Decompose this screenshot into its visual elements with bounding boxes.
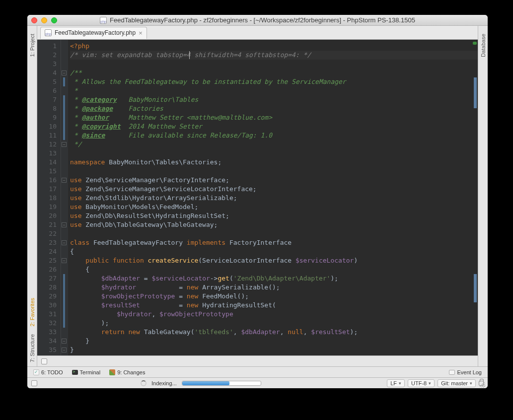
line-number[interactable]: 20 [37, 211, 57, 220]
diff-marker[interactable] [63, 104, 65, 113]
code-line[interactable]: ); [70, 319, 478, 328]
code-line[interactable]: * @category BabyMonitor\Tables [70, 95, 478, 104]
changes-tool-button[interactable]: 9: Changes [109, 369, 145, 375]
code-line[interactable]: * [70, 86, 478, 95]
code-line[interactable]: $resultSet = new HydratingResultSet( [70, 301, 478, 310]
diff-marker[interactable] [63, 77, 65, 86]
code-line[interactable]: * @copyright 2014 Matthew Setter [70, 122, 478, 131]
diff-marker[interactable] [63, 113, 65, 122]
line-number[interactable]: 34 [37, 337, 57, 346]
line-number[interactable]: 4 [37, 69, 57, 77]
code-line[interactable]: $hydrator, $rowObjectPrototype [70, 310, 478, 319]
line-number[interactable]: 32 [37, 319, 57, 328]
fold-toggle-icon[interactable]: − [62, 339, 67, 344]
diff-marker[interactable] [63, 274, 65, 283]
code-line[interactable] [70, 149, 478, 158]
code-line[interactable]: /* vim: set expandtab tabstop=4 shiftwid… [70, 51, 478, 60]
code-line[interactable]: { [70, 247, 478, 256]
line-number[interactable]: 11 [37, 131, 57, 140]
close-window-button[interactable] [31, 17, 37, 23]
code-line[interactable]: $rowObjectPrototype = new FeedModel(); [70, 292, 478, 301]
line-number[interactable]: 9 [37, 113, 57, 122]
code-line[interactable]: */ [70, 140, 478, 149]
terminal-tool-button[interactable]: Terminal [72, 369, 101, 375]
line-number[interactable]: 1 [37, 42, 57, 51]
line-number[interactable]: 30 [37, 301, 57, 310]
line-number[interactable]: 13 [37, 149, 57, 158]
diff-marker[interactable] [63, 310, 65, 319]
code-line[interactable]: * @since File available since Release/Ta… [70, 131, 478, 140]
code-line[interactable]: $dbAdapter = $serviceLocator->get('Zend\… [70, 274, 478, 283]
line-number[interactable]: 6 [37, 86, 57, 95]
line-number[interactable]: 22 [37, 229, 57, 238]
diff-marker[interactable] [63, 283, 65, 292]
resize-grip[interactable] [479, 379, 486, 386]
code-line[interactable]: public function createService(ServiceLoc… [70, 256, 478, 265]
line-number[interactable]: 7 [37, 95, 57, 104]
line-number[interactable]: 27 [37, 274, 57, 283]
encoding-selector[interactable]: UTF-8 ▾ [408, 379, 435, 387]
code-line[interactable] [70, 60, 478, 69]
diff-marker[interactable] [63, 292, 65, 301]
fold-toggle-icon[interactable]: − [62, 222, 67, 227]
code-line[interactable]: return new TableGateway('tblfeeds', $dbA… [70, 328, 478, 337]
fold-toggle-icon[interactable]: − [62, 178, 67, 183]
code-line[interactable] [70, 229, 478, 238]
code-line[interactable]: use BabyMonitor\Models\FeedModel; [70, 203, 478, 211]
code-line[interactable]: use Zend\ServiceManager\ServiceLocatorIn… [70, 185, 478, 194]
code-line[interactable]: namespace BabyMonitor\Tables\Factories; [70, 158, 478, 167]
fold-toggle-icon[interactable]: − [62, 348, 67, 352]
code-line[interactable]: } [70, 346, 478, 354]
line-number[interactable]: 24 [37, 247, 57, 256]
line-number[interactable]: 28 [37, 283, 57, 292]
code-line[interactable]: } [70, 337, 478, 346]
line-number[interactable]: 16 [37, 176, 57, 185]
code-line[interactable]: use Zend\ServiceManager\FactoryInterface… [70, 176, 478, 185]
scrollbar-diff-marker[interactable] [474, 274, 477, 302]
line-number-gutter[interactable]: 1234567891011121314151617181920212223242… [37, 40, 61, 355]
git-branch-selector[interactable]: Git: master ▾ [438, 379, 476, 387]
code-line[interactable]: $hydrator = new ArraySerializable(); [70, 283, 478, 292]
line-number[interactable]: 25 [37, 256, 57, 265]
code-line[interactable]: { [70, 265, 478, 274]
fold-toggle-icon[interactable]: − [62, 142, 67, 147]
scrollbar-diff-marker[interactable] [474, 77, 477, 108]
diff-marker[interactable] [63, 301, 65, 310]
code-line[interactable]: * @author Matthew Setter <matthew@maltbl… [70, 113, 478, 122]
line-number[interactable]: 10 [37, 122, 57, 131]
line-number[interactable]: 18 [37, 194, 57, 203]
code-line[interactable]: /** [70, 69, 478, 77]
breadcrumb-icon[interactable] [41, 358, 47, 364]
code-line[interactable] [70, 167, 478, 176]
code-line[interactable]: * Allows the FeedTablegateway to be inst… [70, 77, 478, 86]
diff-marker[interactable] [63, 319, 65, 328]
project-tool-button[interactable]: 1: Project [27, 30, 37, 61]
diff-marker[interactable] [63, 122, 65, 131]
event-log-button[interactable]: Event Log [449, 369, 482, 375]
structure-tool-button[interactable]: 7: Structure [27, 330, 37, 366]
maximize-window-button[interactable] [51, 17, 57, 23]
code-line[interactable]: use Zend\Db\TableGateway\TableGateway; [70, 220, 478, 229]
code-line[interactable]: use Zend\Db\ResultSet\HydratingResultSet… [70, 211, 478, 220]
line-number[interactable]: 35 [37, 346, 57, 354]
line-number[interactable]: 21 [37, 220, 57, 229]
fold-toggle-icon[interactable]: − [62, 70, 67, 75]
line-number[interactable]: 19 [37, 203, 57, 211]
code-line[interactable]: <?php [70, 42, 478, 51]
line-ending-selector[interactable]: LF ▾ [387, 379, 405, 387]
code-line[interactable]: class FeedTablegatewayFactory implements… [70, 238, 478, 247]
line-number[interactable]: 8 [37, 104, 57, 113]
favorites-tool-button[interactable]: 2: Favorites [27, 294, 37, 330]
line-number[interactable]: 29 [37, 292, 57, 301]
code-line[interactable]: use Zend\Stdlib\Hydrator\ArraySerializab… [70, 194, 478, 203]
line-number[interactable]: 33 [37, 328, 57, 337]
line-number[interactable]: 12 [37, 140, 57, 149]
code-editor[interactable]: 1234567891011121314151617181920212223242… [37, 40, 478, 355]
line-number[interactable]: 14 [37, 158, 57, 167]
line-number[interactable]: 2 [37, 51, 57, 60]
diff-marker[interactable] [63, 131, 65, 140]
fold-toggle-icon[interactable]: − [62, 258, 67, 263]
tab-close-icon[interactable]: × [139, 29, 143, 37]
line-number[interactable]: 26 [37, 265, 57, 274]
line-number[interactable]: 31 [37, 310, 57, 319]
